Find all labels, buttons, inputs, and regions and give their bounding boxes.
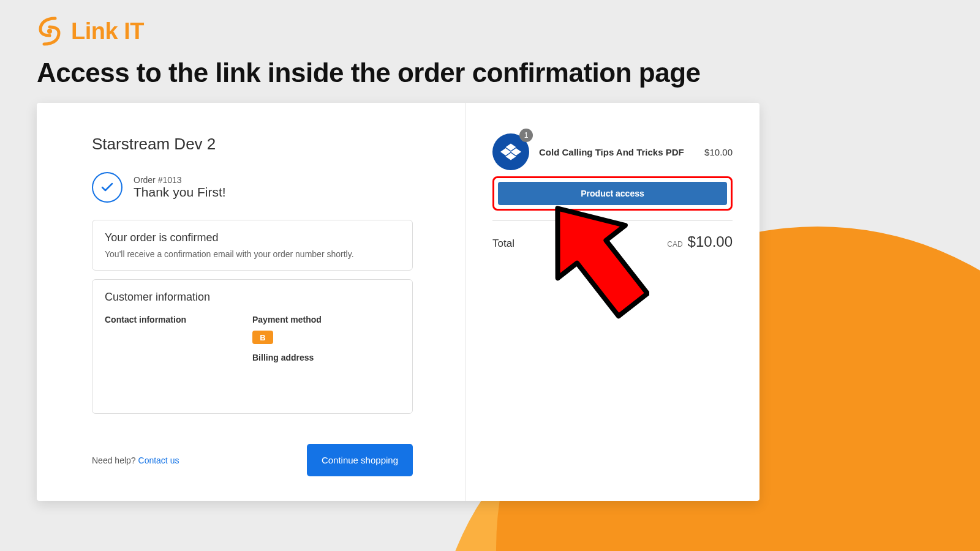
contact-us-link[interactable]: Contact us — [138, 455, 179, 465]
order-number: Order #1013 — [134, 175, 226, 185]
page-headline: Access to the link inside the order conf… — [37, 58, 943, 88]
customer-info-box: Customer information Contact information… — [92, 279, 413, 414]
confirmation-card: Starstream Dev 2 Order #1013 Thank you F… — [37, 103, 760, 501]
product-price: $10.00 — [704, 147, 733, 157]
annotation-arrow-icon — [545, 195, 649, 326]
svg-point-0 — [47, 29, 52, 34]
brand-header: Link IT — [37, 15, 943, 48]
quantity-badge: 1 — [519, 129, 533, 142]
order-confirmed-box: Your order is confirmed You'll receive a… — [92, 220, 413, 271]
order-confirmed-subtitle: You'll receive a confirmation email with… — [105, 249, 400, 259]
product-name: Cold Calling Tips And Tricks PDF — [539, 147, 695, 157]
svg-marker-5 — [545, 195, 649, 323]
thank-you-row: Order #1013 Thank you First! — [92, 172, 413, 203]
product-access-button[interactable]: Product access — [498, 182, 727, 205]
product-thumbnail: 1 — [492, 133, 529, 170]
help-text: Need help? Contact us — [92, 455, 179, 465]
billing-address-label: Billing address — [252, 353, 400, 362]
product-access-highlight: Product access — [492, 176, 733, 211]
payment-method-label: Payment method — [252, 315, 400, 324]
order-confirmed-title: Your order is confirmed — [105, 231, 400, 244]
right-panel: 1 Cold Calling Tips And Tricks PDF $10.0… — [466, 103, 760, 501]
thank-you-text: Thank you First! — [134, 185, 226, 200]
continue-shopping-button[interactable]: Continue shopping — [307, 444, 413, 476]
footer-row: Need help? Contact us Continue shopping — [92, 432, 413, 476]
checkmark-circle-icon — [92, 172, 123, 203]
total-row: Total CAD $10.00 — [492, 233, 733, 250]
brand-logo-icon — [37, 15, 62, 48]
divider — [492, 220, 733, 221]
line-item: 1 Cold Calling Tips And Tricks PDF $10.0… — [492, 133, 733, 170]
left-panel: Starstream Dev 2 Order #1013 Thank you F… — [37, 103, 466, 501]
contact-info-label: Contact information — [105, 315, 252, 324]
store-name: Starstream Dev 2 — [92, 135, 413, 154]
currency-code: CAD — [667, 240, 682, 249]
brand-name: Link IT — [71, 18, 144, 45]
customer-info-title: Customer information — [105, 291, 400, 304]
total-amount: $10.00 — [688, 233, 733, 250]
total-label: Total — [492, 238, 514, 250]
help-prefix: Need help? — [92, 455, 138, 465]
payment-badge-icon: B — [252, 331, 273, 344]
